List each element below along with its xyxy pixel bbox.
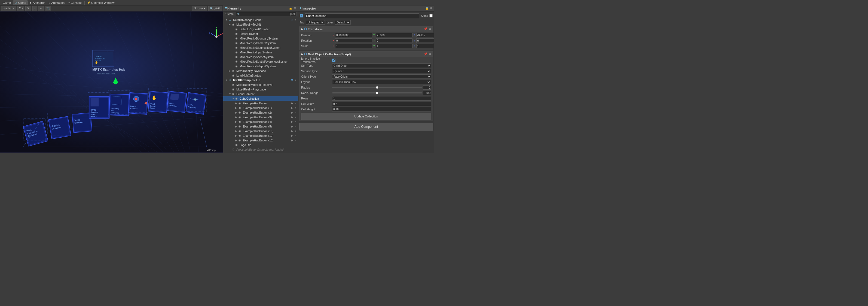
update-collection-button[interactable]: Update Collection <box>301 113 431 120</box>
tree-right-menu-icon[interactable]: ≡ <box>294 111 297 114</box>
tree-item[interactable]: ▶◉ExampleHubButton (13)▶≡ <box>223 138 298 142</box>
object-active-checkbox[interactable] <box>300 14 303 18</box>
scale-y-input[interactable] <box>376 44 412 48</box>
rotation-y-input[interactable] <box>376 38 412 43</box>
tree-item[interactable]: ▼◉CubeCollection <box>223 96 298 101</box>
scene-content[interactable]: MRTK MIXED REALITY TOOLKIT ✋ MRTK Exampl… <box>0 11 223 153</box>
menu-animation[interactable]: ◇ Animation <box>47 0 66 5</box>
static-checkbox[interactable] <box>429 14 433 18</box>
tree-item[interactable]: ▶◉ExampleHubButton (1)▶≡ <box>223 106 298 110</box>
menu-game[interactable]: Game <box>1 0 12 5</box>
tree-item[interactable]: ◉LoadHubOnStartup <box>223 73 298 78</box>
cell-width-input[interactable] <box>332 102 431 106</box>
audio-button[interactable]: ♪ <box>32 6 37 11</box>
tree-item[interactable]: ◉MixedRealityPlayspace <box>223 87 298 91</box>
tree-item[interactable]: ▶◉ExampleHubButton (12)▶≡ <box>223 133 298 138</box>
search-box[interactable]: 🔍 Q+All <box>236 12 297 16</box>
tree-right-arrow-icon[interactable]: ▶ <box>291 106 294 110</box>
tree-item[interactable]: ◉FocusProvider <box>223 31 298 36</box>
position-y-input[interactable] <box>376 33 412 37</box>
tree-item[interactable]: ▶◉ExampleHubButton (2)▶≡ <box>223 110 298 115</box>
grid-pin-icon[interactable]: 📌 <box>424 52 428 56</box>
tag-select[interactable]: Untagged <box>306 20 325 25</box>
inspector-expand-icon[interactable]: ⊞ <box>430 6 433 10</box>
tree-right-menu-icon[interactable]: ≡ <box>294 139 297 142</box>
menu-console[interactable]: ≡ Console <box>67 0 83 5</box>
shaded-button[interactable]: Shaded ▼ <box>1 6 16 11</box>
position-x-input[interactable] <box>335 33 372 37</box>
rows-input[interactable] <box>332 96 431 101</box>
tree-right-arrow-icon[interactable]: ▶ <box>291 125 294 128</box>
search-input[interactable] <box>241 12 288 16</box>
tree-right-menu-icon[interactable]: ≡ <box>294 106 297 110</box>
tree-item[interactable]: ◉MixedRealityTeleportSystem <box>223 64 298 68</box>
tree-item[interactable]: ▼⬡DefaultManagerScene*👁≡ <box>223 18 298 22</box>
tree-item[interactable]: ◉MixedRealityDiagnosticsSystem <box>223 45 298 50</box>
tree-item[interactable]: ◉LogoTitle <box>223 142 298 147</box>
ignore-inactive-checkbox[interactable] <box>332 59 335 62</box>
tree-item[interactable]: ▶◉ExampleHubButton▶≡ <box>223 101 298 106</box>
tree-item[interactable]: ▶◉ExampleHubButton (3)▶≡ <box>223 115 298 119</box>
scene-lock-icon[interactable]: ≡ <box>294 79 297 82</box>
create-button[interactable]: Create <box>224 12 235 16</box>
tree-item[interactable]: ▶◉ExampleHubButton (5)▶≡ <box>223 124 298 129</box>
grid-settings-icon[interactable]: ⚙ <box>429 52 431 56</box>
rotation-z-input[interactable] <box>416 38 434 43</box>
hierarchy-lock-icon[interactable]: 🔒 <box>289 6 292 10</box>
sort-type-select[interactable]: Child Order <box>332 63 431 68</box>
tree-right-arrow-icon[interactable]: ▶ <box>291 111 294 114</box>
grid-collection-header[interactable]: ▶ ⬡ Grid Object Collection (Script) 📌 ⚙ <box>300 52 433 57</box>
tree-item[interactable]: ◉MixedRealitySceneSystem <box>223 55 298 59</box>
menu-animator[interactable]: ▶ Animator <box>28 0 46 5</box>
tree-right-menu-icon[interactable]: ≡ <box>294 102 297 105</box>
tree-right-arrow-icon[interactable]: ▶ <box>291 134 294 137</box>
tree-item[interactable]: ▶◉ExampleHubButton (10)▶≡ <box>223 129 298 133</box>
lighting-button[interactable]: ☀ <box>25 6 31 11</box>
transform-pin-icon[interactable]: 📌 <box>424 27 428 31</box>
scene-eye-icon[interactable]: 👁 <box>290 18 294 22</box>
tree-item[interactable]: ▶◉ExampleHubButton (4)▶≡ <box>223 119 298 124</box>
tree-right-arrow-icon[interactable]: ▶ <box>291 120 294 123</box>
orient-type-select[interactable]: Face Origin <box>332 74 431 79</box>
tree-item[interactable]: ▶◉MixedRealityPlayspace <box>223 68 298 73</box>
scale-z-input[interactable] <box>416 44 434 48</box>
inspector-lock-icon[interactable]: 🔒 <box>425 6 429 10</box>
tree-right-menu-icon[interactable]: ≡ <box>294 134 297 137</box>
add-component-button[interactable]: Add Component <box>299 123 433 131</box>
tree-right-arrow-icon[interactable]: ▶ <box>291 139 294 142</box>
object-name-input[interactable] <box>305 13 419 18</box>
scene-lock-icon[interactable]: ≡ <box>294 18 297 22</box>
tree-item[interactable]: ◉MixedRealityBoundarySystem <box>223 36 298 40</box>
rotation-x-input[interactable] <box>335 38 372 43</box>
layer-select[interactable]: Default <box>335 20 351 25</box>
tree-right-menu-icon[interactable]: ≡ <box>294 130 297 133</box>
effects-button[interactable]: ✦ <box>38 6 43 11</box>
tree-item[interactable]: ▼⬡MRTKExamplesHub👁≡ <box>223 78 298 82</box>
tree-item[interactable]: ⬡PressableButtonExample (not loaded) <box>223 147 298 152</box>
cell-height-input[interactable] <box>332 107 431 111</box>
position-z-input[interactable] <box>416 33 434 37</box>
tree-right-arrow-icon[interactable]: ▶ <box>291 102 294 105</box>
tree-right-menu-icon[interactable]: ≡ <box>294 120 297 123</box>
gizmos-button[interactable]: Gizmos ▼ <box>192 6 207 11</box>
radius-slider[interactable] <box>332 87 422 88</box>
2d-button[interactable]: 2D <box>18 6 24 11</box>
radial-range-slider[interactable] <box>332 92 422 93</box>
tree-item[interactable]: ◉MixedRealityCameraSystem <box>223 40 298 45</box>
layout-select[interactable]: Column Then Row <box>332 80 431 84</box>
tree-item[interactable]: ⬡HandInteractionExamples (not loaded) <box>223 152 298 153</box>
tree-right-menu-icon[interactable]: ≡ <box>294 125 297 128</box>
scale-x-input[interactable] <box>335 44 372 48</box>
hierarchy-expand-icon[interactable]: ⊞ <box>293 6 296 10</box>
radial-range-input[interactable] <box>423 91 431 95</box>
menu-scene[interactable]: ⬡ Scene <box>13 0 28 5</box>
transform-settings-icon[interactable]: ⚙ <box>429 27 431 31</box>
all-search-button[interactable]: 🔍 Q+All <box>208 6 222 11</box>
tree-item[interactable]: ◉MixedRealityInputSystem <box>223 50 298 55</box>
tree-item[interactable]: ◉MixedRealitySpatialAwarenessSystem <box>223 59 298 64</box>
tree-item[interactable]: ▼◉SceneContent <box>223 91 298 96</box>
tree-right-arrow-icon[interactable]: ▶ <box>291 115 294 119</box>
tree-item[interactable]: ◉MixedRealityToolkit (Inactive) <box>223 82 298 87</box>
tree-item[interactable]: ▶◉MixedRealityToolkit <box>223 22 298 27</box>
menu-optimize[interactable]: ⚡ Optimize Window <box>86 0 116 5</box>
